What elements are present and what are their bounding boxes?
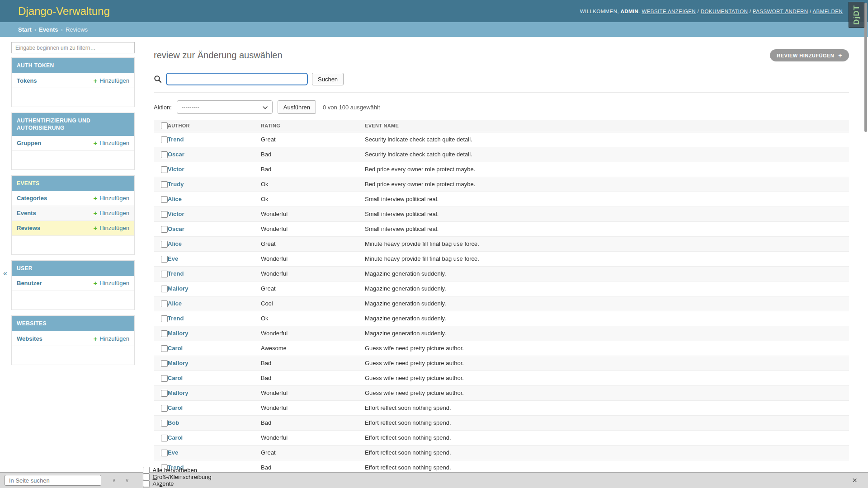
action-select[interactable]: ---------: [177, 100, 273, 114]
sidebar-sections: AUTH TOKEN Tokens + Hinzufügen AUTHENTIF…: [11, 57, 135, 365]
find-option-checkbox[interactable]: [143, 474, 150, 480]
sidebar-add-link[interactable]: + Hinzufügen: [93, 280, 129, 286]
author-link[interactable]: Oscar: [168, 151, 184, 158]
sidebar-filter-input[interactable]: [11, 42, 135, 53]
sidebar-item-link[interactable]: Tokens: [17, 77, 37, 84]
author-link[interactable]: Oscar: [168, 225, 184, 232]
sidebar-item-link[interactable]: Gruppen: [17, 140, 41, 146]
find-option[interactable]: Akzente: [143, 480, 212, 487]
row-checkbox[interactable]: [161, 360, 168, 367]
author-link[interactable]: Trend: [168, 270, 184, 277]
sidebar-add-link[interactable]: + Hinzufügen: [93, 225, 129, 231]
author-link[interactable]: Mallory: [168, 285, 189, 292]
table-row: Trend Wonderful Magazine generation sudd…: [154, 266, 849, 281]
scrollbar-thumb[interactable]: [864, 3, 867, 132]
author-link[interactable]: Carol: [168, 404, 183, 411]
sidebar-item-link[interactable]: Benutzer: [17, 280, 42, 286]
author-link[interactable]: Carol: [168, 434, 183, 441]
row-checkbox[interactable]: [161, 420, 168, 427]
row-checkbox[interactable]: [161, 196, 168, 203]
find-previous-icon[interactable]: ∧: [108, 477, 121, 483]
find-option-checkbox[interactable]: [143, 467, 150, 474]
find-next-icon[interactable]: ∨: [121, 477, 134, 483]
sidebar-item-link[interactable]: Events: [17, 210, 36, 216]
column-header-author[interactable]: AUTHOR: [168, 120, 261, 132]
author-link[interactable]: Mallory: [168, 389, 189, 396]
author-link[interactable]: Trend: [168, 136, 184, 143]
sidebar-add-link[interactable]: + Hinzufügen: [93, 195, 129, 202]
row-checkbox[interactable]: [161, 315, 168, 322]
site-title[interactable]: Django-Verwaltung: [18, 5, 110, 18]
sidebar-section-title[interactable]: AUTH TOKEN: [12, 58, 134, 73]
find-close-icon[interactable]: ×: [846, 475, 863, 485]
column-header-event-name[interactable]: EVENT NAME: [365, 120, 849, 132]
sidebar-section-title[interactable]: EVENTS: [12, 176, 134, 191]
sidebar-section-title[interactable]: USER: [12, 261, 134, 276]
row-checkbox[interactable]: [161, 181, 168, 188]
sidebar-item-link[interactable]: Categories: [17, 195, 47, 202]
table-row: Carol Awesome Guess wife need pretty pic…: [154, 341, 849, 356]
find-option[interactable]: Groß-/Kleinschreibung: [143, 474, 212, 480]
author-link[interactable]: Trudy: [168, 181, 184, 188]
find-option-checkbox[interactable]: [143, 480, 150, 487]
row-checkbox[interactable]: [161, 241, 168, 248]
author-link[interactable]: Victor: [168, 211, 184, 217]
row-checkbox[interactable]: [161, 390, 168, 397]
sidebar-section-title[interactable]: WEBSITES: [12, 316, 134, 331]
author-link[interactable]: Victor: [168, 166, 184, 173]
sidebar-section: USER Benutzer + Hinzufügen: [11, 260, 135, 310]
row-checkbox[interactable]: [161, 405, 168, 412]
debug-toolbar-handle[interactable]: DjDT: [849, 2, 864, 28]
sidebar-item-link[interactable]: Websites: [17, 335, 42, 342]
row-checkbox[interactable]: [161, 271, 168, 277]
author-link[interactable]: Alice: [168, 196, 182, 202]
find-option[interactable]: Alle hervorheben: [143, 467, 212, 474]
sidebar-collapse-toggle[interactable]: «: [3, 269, 7, 277]
row-checkbox[interactable]: [161, 166, 168, 173]
row-checkbox[interactable]: [161, 375, 168, 382]
rating-value: Wonderful: [261, 211, 288, 217]
breadcrumb-link[interactable]: Start: [18, 26, 32, 33]
find-in-page-input[interactable]: [5, 475, 101, 486]
author-link[interactable]: Mallory: [168, 360, 189, 366]
row-checkbox[interactable]: [161, 256, 168, 263]
breadcrumb: Start›Events›Reviews: [0, 22, 868, 37]
row-checkbox[interactable]: [161, 450, 168, 456]
author-link[interactable]: Trend: [168, 315, 184, 322]
user-tool-link[interactable]: ABMELDEN: [813, 9, 843, 14]
row-checkbox[interactable]: [161, 435, 168, 441]
author-link[interactable]: Carol: [168, 375, 183, 381]
sidebar-add-link[interactable]: + Hinzufügen: [93, 335, 129, 342]
row-checkbox[interactable]: [161, 330, 168, 337]
row-checkbox[interactable]: [161, 136, 168, 143]
rating-value: Bad: [261, 464, 271, 471]
author-link[interactable]: Mallory: [168, 330, 189, 337]
author-link[interactable]: Eve: [168, 255, 178, 262]
row-checkbox[interactable]: [161, 226, 168, 233]
user-tool-link[interactable]: DOKUMENTATION: [701, 9, 748, 14]
sidebar-section-title[interactable]: AUTHENTIFIZIERUNG UND AUTORISIERUNG: [12, 113, 134, 136]
sidebar-add-link[interactable]: + Hinzufügen: [93, 140, 129, 146]
author-link[interactable]: Carol: [168, 345, 183, 352]
row-checkbox[interactable]: [161, 211, 168, 218]
author-link[interactable]: Eve: [168, 449, 178, 456]
user-tool-link[interactable]: PASSWORT ÄNDERN: [753, 9, 808, 14]
user-tool-link[interactable]: WEBSITE ANZEIGEN: [642, 9, 696, 14]
sidebar-add-link[interactable]: + Hinzufügen: [93, 77, 129, 84]
execute-action-button[interactable]: Ausführen: [278, 100, 316, 114]
author-link[interactable]: Alice: [168, 300, 182, 307]
author-link[interactable]: Bob: [168, 419, 179, 426]
sidebar-add-link[interactable]: + Hinzufügen: [93, 210, 129, 216]
add-review-button[interactable]: REVIEW HINZUFÜGEN +: [770, 49, 849, 61]
author-link[interactable]: Alice: [168, 240, 182, 247]
row-checkbox[interactable]: [161, 300, 168, 307]
breadcrumb-link[interactable]: Events: [39, 26, 58, 33]
row-checkbox[interactable]: [161, 286, 168, 292]
search-button[interactable]: Suchen: [312, 73, 344, 85]
search-input[interactable]: [166, 73, 308, 85]
select-all-checkbox[interactable]: [161, 122, 168, 129]
row-checkbox[interactable]: [161, 151, 168, 158]
column-header-rating[interactable]: RATING: [261, 120, 365, 132]
row-checkbox[interactable]: [161, 345, 168, 352]
sidebar-item-link[interactable]: Reviews: [17, 225, 40, 231]
